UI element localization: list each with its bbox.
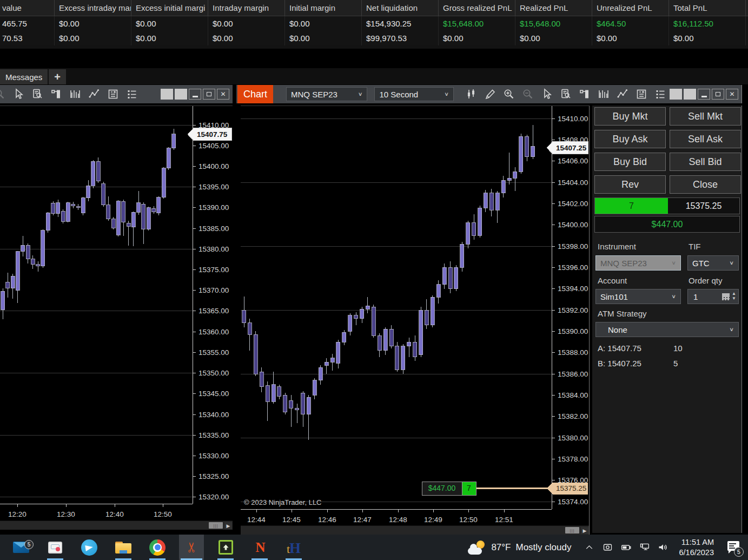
maximize-button[interactable] (203, 89, 215, 100)
account-table-cell: 70.53 (0, 31, 55, 45)
svg-text:15375.00: 15375.00 (198, 266, 229, 274)
column-header[interactable]: Gross realized PnL (439, 0, 515, 16)
account-table-row[interactable]: 70.53$0.00$0.00$0.00$0.00$99,970.53$0.00… (0, 31, 748, 45)
svg-text:15350.00: 15350.00 (198, 369, 229, 377)
left-price-chart[interactable]: 15410.0015405.0015400.0015395.0015390.00… (0, 106, 233, 533)
buy-bid-button[interactable]: Buy Bid (594, 153, 666, 171)
taskbar-app-snipping-tool[interactable]: ✂ (179, 535, 204, 560)
instrument-dropdown[interactable]: MNQ SEP23∨ (286, 87, 367, 101)
interval-dropdown[interactable]: 10 Second∨ (374, 87, 454, 101)
svg-text:15340.00: 15340.00 (198, 411, 229, 419)
calculator-icon[interactable] (722, 293, 730, 300)
account-table-cell: $15,648.00 (515, 16, 592, 31)
data-box-icon[interactable] (29, 87, 45, 101)
column-header[interactable]: Total PnL (669, 0, 746, 16)
grid-settings-icon[interactable] (105, 87, 121, 101)
tif-field[interactable]: GTC∨ (687, 255, 739, 271)
network-icon[interactable] (639, 542, 650, 553)
svg-text:12:47: 12:47 (353, 516, 372, 524)
column-header[interactable]: Net liquidation (362, 0, 439, 16)
zoom-in-icon[interactable] (501, 87, 517, 101)
atm-strategy-label: ATM Strategy (598, 309, 647, 318)
column-header[interactable]: Excess initial margi (131, 0, 208, 16)
column-header[interactable]: Excess intraday mar (55, 0, 131, 16)
chart-panel-icon[interactable] (577, 87, 593, 101)
right-price-chart[interactable]: 15410.0015408.0015406.0015404.0015402.00… (241, 106, 590, 535)
buy-ask-button[interactable]: Buy Ask (594, 130, 666, 148)
sell-ask-button[interactable]: Sell Ask (670, 130, 741, 148)
column-header[interactable]: value (0, 0, 55, 16)
taskbar-app-screen-tool[interactable] (43, 535, 68, 560)
scrollbar-thumb[interactable]: ||| (565, 527, 579, 533)
tab-messages[interactable]: Messages (0, 69, 48, 84)
maximize-button[interactable] (712, 89, 724, 100)
cast-icon[interactable] (602, 542, 613, 553)
order-qty-label: Order qty (689, 276, 723, 285)
account-table-row[interactable]: 465.75$0.00$0.00$0.00$0.00$154,930.25$15… (0, 16, 748, 31)
grid-settings-icon[interactable] (633, 87, 650, 101)
svg-text:15400.00: 15400.00 (558, 221, 588, 229)
line-tool-icon[interactable] (614, 87, 631, 101)
minimize-button[interactable] (698, 89, 710, 100)
scroll-right-arrow[interactable]: ▶ (224, 522, 232, 529)
window-button[interactable] (684, 89, 696, 100)
cursor-icon[interactable] (539, 87, 555, 101)
column-header[interactable]: Realized PnL (515, 0, 592, 16)
window-button[interactable] (670, 89, 682, 100)
taskbar-app-up-arrow-app[interactable] (213, 535, 238, 560)
column-header[interactable]: Unrealized PnL (592, 0, 669, 16)
scrollbar-thumb[interactable]: ||| (209, 522, 223, 529)
right-chart-scrollbar[interactable]: ||| ▶ (241, 525, 589, 535)
cursor-icon[interactable] (10, 87, 27, 101)
order-qty-input[interactable] (692, 292, 714, 302)
close-button[interactable]: ✕ (726, 89, 738, 100)
taskbar-app-ninjatrader[interactable]: N (247, 535, 272, 560)
list-icon[interactable] (124, 87, 140, 101)
instrument-field[interactable]: MNQ SEP23∨ (595, 255, 681, 271)
left-chart-scrollbar[interactable]: ||| ▶ (0, 521, 233, 530)
account-table-cell: $0.00 (55, 16, 131, 31)
draw-icon[interactable] (482, 87, 498, 101)
close-button[interactable]: ✕ (217, 89, 229, 100)
column-header[interactable]: Initial margin (285, 0, 362, 16)
data-box-icon[interactable] (558, 87, 574, 101)
volume-icon[interactable] (657, 542, 668, 553)
bar-chart-icon[interactable] (67, 87, 83, 101)
taskbar-clock[interactable]: 11:51 AM 6/16/2023 (679, 537, 714, 557)
column-header[interactable]: Intraday margin (208, 0, 285, 16)
candles-icon[interactable] (463, 87, 479, 101)
zoom-out-icon[interactable] (0, 87, 8, 101)
sell-bid-button[interactable]: Sell Bid (670, 153, 741, 171)
qty-spinner[interactable]: ▲▼ (732, 292, 736, 301)
candlestick-chart[interactable]: 15410.0015408.0015406.0015404.0015402.00… (241, 106, 589, 525)
window-button[interactable] (161, 89, 173, 100)
candlestick-chart[interactable]: 15410.0015405.0015400.0015395.0015390.00… (0, 106, 233, 520)
zoom-out-icon[interactable] (520, 87, 536, 101)
battery-icon[interactable] (620, 542, 632, 553)
order-qty-field[interactable]: ▲▼ (687, 289, 739, 304)
show-hidden-icons-chevron[interactable] (584, 542, 595, 553)
atm-strategy-field[interactable]: None∨ (595, 322, 739, 337)
taskbar-app-file-explorer[interactable] (111, 535, 136, 560)
weather-widget[interactable]: 87°F Mostly cloudy (468, 541, 571, 555)
sell-mkt-button[interactable]: Sell Mkt (670, 107, 741, 126)
add-tab-button[interactable]: + (49, 69, 66, 84)
minimize-button[interactable] (189, 89, 201, 100)
notification-center-icon[interactable]: 5 (726, 539, 743, 556)
account-field[interactable]: Sim101∨ (595, 289, 681, 304)
taskbar-app-trading-app[interactable]: Ht (281, 535, 306, 560)
buy-mkt-button[interactable]: Buy Mkt (594, 107, 666, 126)
close-button[interactable]: Close (670, 175, 741, 194)
chart-window-title[interactable]: Chart (237, 85, 273, 103)
rev-button[interactable]: Rev (594, 175, 666, 194)
line-tool-icon[interactable] (86, 87, 102, 101)
scroll-right-arrow[interactable]: ▶ (581, 527, 588, 534)
list-icon[interactable] (652, 87, 668, 101)
taskbar-app-mail[interactable]: 5 (9, 535, 34, 560)
chart-panel-icon[interactable] (48, 87, 64, 101)
taskbar-app-chrome[interactable] (145, 535, 170, 560)
window-button[interactable] (175, 89, 187, 100)
taskbar-app-telegram[interactable] (77, 535, 102, 560)
account-table-cell: $0.00 (208, 31, 285, 45)
bar-chart-icon[interactable] (595, 87, 612, 101)
